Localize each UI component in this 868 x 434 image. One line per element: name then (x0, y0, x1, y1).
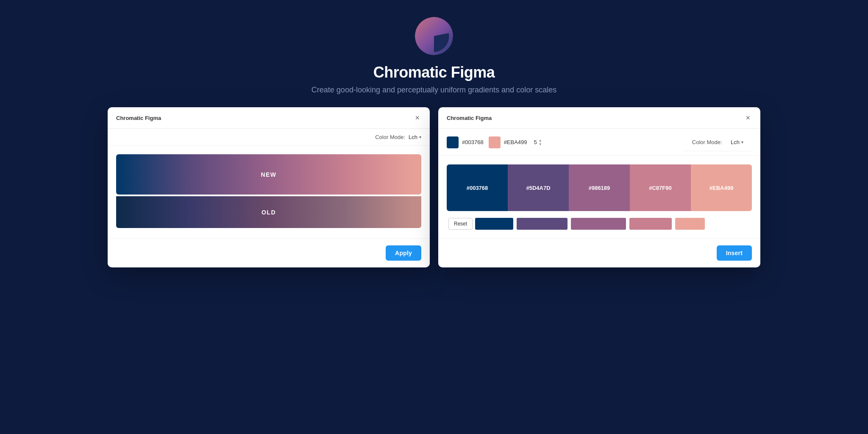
chevron-down-icon: ▾ (419, 135, 421, 139)
swatches-grid: #003768 #5D4A7D #986189 #C87F90 #EBA499 (447, 164, 752, 211)
gradient-old-label: OLD (262, 209, 276, 216)
swatch-cell-1: #003768 (447, 164, 508, 211)
color-inputs-row: #003768 #EBA499 5 ▲ ▼ Color Mode: Lch ▾ (438, 129, 760, 156)
header: Chromatic Figma Create good-looking and … (0, 0, 868, 107)
swatch-label-1: #003768 (467, 185, 488, 191)
reset-button[interactable]: Reset (448, 218, 473, 230)
strip-segment-3 (571, 218, 626, 230)
swatch-label-5: #EBA499 (709, 185, 733, 191)
insert-button[interactable]: Insert (717, 245, 752, 261)
swatch-label-3: #986189 (589, 185, 610, 191)
steps-stepper[interactable]: ▲ ▼ (539, 139, 542, 146)
strip-segment-4 (629, 218, 672, 230)
strip-segment-1 (475, 218, 513, 230)
left-color-mode-select[interactable]: Lch ▾ (409, 134, 421, 140)
right-panel-header: Chromatic Figma × (438, 107, 760, 129)
gradient-new-label: NEW (261, 171, 276, 178)
right-color-mode-value: Lch (731, 139, 740, 145)
swatch-label-2: #5D4A7D (526, 185, 550, 191)
swatch-cell-2: #5D4A7D (508, 164, 569, 211)
strip-segment-5 (675, 218, 705, 230)
right-panel-footer: Insert (438, 238, 760, 267)
swatch-cell-4: #C87F90 (630, 164, 691, 211)
left-panel-header: Chromatic Figma × (108, 107, 430, 129)
apply-button[interactable]: Apply (386, 245, 421, 261)
start-color-hex: #003768 (462, 139, 484, 145)
right-color-mode-label: Color Mode: (692, 139, 722, 145)
end-color-hex: #EBA499 (504, 139, 527, 145)
swatches-area: #003768 #5D4A7D #986189 #C87F90 #EBA499 … (438, 156, 760, 238)
swatch-cell-3: #986189 (569, 164, 630, 211)
steps-input[interactable]: 5 ▲ ▼ (534, 139, 542, 146)
step-up-icon[interactable]: ▲ (539, 139, 542, 142)
steps-value: 5 (534, 139, 537, 145)
strip-segment-2 (517, 218, 568, 230)
left-color-mode-row: Color Mode: Lch ▾ (108, 129, 430, 146)
app-title: Chromatic Figma (373, 64, 495, 81)
right-panel-close-button[interactable]: × (744, 113, 752, 122)
swatch-cell-5: #EBA499 (691, 164, 752, 211)
app-subtitle: Create good-looking and perceptually uni… (312, 86, 556, 95)
left-color-mode-label: Color Mode: (375, 134, 405, 140)
gradient-old-bar: OLD (116, 196, 421, 228)
chevron-down-icon-right: ▾ (741, 140, 743, 145)
left-panel: Chromatic Figma × Color Mode: Lch ▾ NEW … (108, 107, 430, 267)
end-color-input[interactable]: #EBA499 (489, 136, 527, 148)
gradient-area: NEW OLD (108, 146, 430, 238)
left-color-mode-value: Lch (409, 134, 417, 140)
panels-container: Chromatic Figma × Color Mode: Lch ▾ NEW … (95, 107, 773, 284)
end-color-swatch (489, 136, 501, 148)
left-panel-close-button[interactable]: × (413, 113, 421, 122)
right-color-mode-row: Color Mode: Lch ▾ (684, 133, 752, 151)
start-color-swatch (447, 136, 459, 148)
gradient-new-bar: NEW (116, 154, 421, 195)
start-color-input[interactable]: #003768 (447, 136, 484, 148)
right-panel-title: Chromatic Figma (447, 115, 492, 121)
left-panel-footer: Apply (108, 238, 430, 267)
left-panel-title: Chromatic Figma (116, 115, 161, 121)
right-panel: Chromatic Figma × #003768 #EBA499 5 ▲ ▼ … (438, 107, 760, 267)
swatch-label-4: #C87F90 (649, 185, 671, 191)
bottom-strip: Reset (447, 218, 752, 230)
app-logo (415, 17, 453, 55)
right-color-mode-select[interactable]: Lch ▾ (731, 139, 743, 145)
step-down-icon[interactable]: ▼ (539, 142, 542, 146)
